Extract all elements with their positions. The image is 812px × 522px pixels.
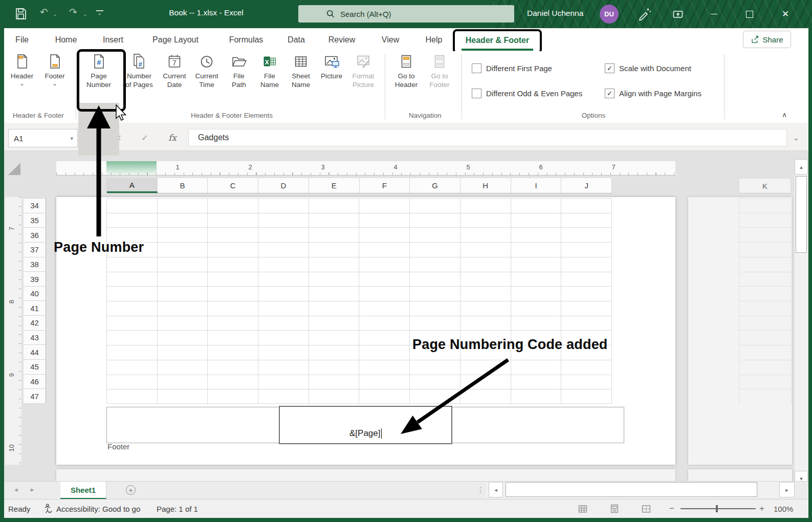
row-header[interactable]: 46 — [24, 375, 46, 389]
zoom-in-button[interactable]: + — [759, 504, 764, 514]
tab-help[interactable]: Help — [422, 28, 446, 51]
cell-grid[interactable] — [106, 198, 612, 404]
vertical-scrollbar[interactable]: ▴ ▾ — [794, 159, 808, 487]
column-header-d[interactable]: D — [258, 178, 309, 193]
collapse-ribbon-button[interactable]: ∧ — [782, 111, 787, 119]
accessibility-status[interactable]: Accessibility: Good to go — [56, 505, 140, 513]
zoom-out-button[interactable]: − — [669, 504, 674, 514]
checkbox-different-first-page[interactable]: Different First Page — [472, 63, 552, 73]
customize-toolbar-chevron[interactable]: ⌄ — [97, 10, 102, 16]
horizontal-scroll-thumb[interactable] — [506, 482, 757, 497]
column-header-c[interactable]: C — [208, 178, 258, 193]
footer-button[interactable]: Footer ⌄ — [40, 53, 70, 106]
page-layout-view-icon[interactable] — [610, 504, 619, 513]
tab-view[interactable]: View — [378, 28, 403, 51]
new-sheet-button[interactable]: + — [126, 485, 136, 495]
redo-dropdown-icon[interactable]: ⌄ — [83, 11, 87, 17]
formula-input[interactable]: Gadgets — [188, 129, 787, 146]
scroll-left-button[interactable]: ◂ — [489, 482, 503, 497]
footer-dropdown-chevron[interactable]: ⌄ — [40, 80, 70, 86]
normal-view-icon[interactable] — [578, 505, 587, 513]
user-name[interactable]: Daniel Uchenna — [527, 9, 583, 18]
checkbox-box-checked[interactable]: ✓ — [605, 63, 615, 73]
column-header-g[interactable]: G — [410, 178, 460, 193]
checkbox-box[interactable] — [472, 63, 481, 73]
avatar[interactable]: DU — [600, 5, 619, 24]
zoom-level[interactable]: 100% — [774, 505, 793, 513]
column-header-k[interactable]: K — [739, 178, 791, 193]
vertical-scroll-thumb[interactable] — [796, 176, 807, 253]
checkbox-scale-with-document[interactable]: ✓ Scale with Document — [605, 63, 691, 73]
tab-insert[interactable]: Insert — [100, 28, 126, 51]
undo-button[interactable]: ↶ — [40, 6, 48, 19]
enter-button[interactable]: ✓ — [137, 129, 152, 146]
save-button[interactable] — [14, 7, 28, 20]
checkbox-box-checked[interactable]: ✓ — [605, 89, 615, 98]
row-header[interactable]: 39 — [24, 272, 46, 287]
feedback-button[interactable] — [638, 7, 651, 21]
close-button[interactable]: ✕ — [774, 0, 797, 28]
name-box[interactable]: A1 ▾ — [8, 129, 78, 147]
row-header[interactable]: 38 — [24, 257, 46, 272]
row-header[interactable]: 45 — [24, 360, 46, 375]
row-header[interactable]: 44 — [24, 345, 46, 360]
checkbox-align-page-margins[interactable]: ✓ Align with Page Margins — [605, 89, 701, 98]
maximize-button[interactable] — [738, 0, 761, 28]
header-dropdown-chevron[interactable]: ⌄ — [7, 80, 37, 86]
row-header[interactable]: 42 — [24, 316, 46, 331]
undo-dropdown-icon[interactable]: ⌄ — [53, 11, 57, 17]
file-name-button[interactable]: X File Name — [255, 53, 284, 106]
page-number-button[interactable]: # Page Number — [78, 53, 119, 106]
header-button[interactable]: Header ⌄ — [7, 53, 37, 106]
insert-function-button[interactable]: fx — [165, 129, 180, 146]
row-header[interactable]: 34 — [24, 199, 46, 213]
tab-review[interactable]: Review — [325, 28, 358, 51]
tab-header-footer[interactable]: Header & Footer — [462, 32, 533, 51]
expand-formula-bar-icon[interactable]: ⌄ — [790, 129, 802, 146]
row-header[interactable]: 35 — [24, 213, 46, 228]
zoom-slider-track[interactable] — [681, 508, 756, 509]
tab-file[interactable]: File — [12, 28, 32, 51]
column-header-f[interactable]: F — [360, 178, 410, 193]
share-button[interactable]: Share — [743, 31, 791, 48]
go-to-header-button[interactable]: Go to Header — [390, 53, 423, 106]
next-sheet-button[interactable]: ▸ — [31, 486, 34, 493]
select-all-button[interactable] — [8, 163, 20, 175]
picture-button[interactable]: Picture — [318, 53, 345, 106]
previous-sheet-button[interactable]: ◂ — [14, 486, 18, 493]
row-header[interactable]: 47 — [24, 389, 46, 404]
column-header-h[interactable]: H — [460, 178, 511, 193]
tab-data[interactable]: Data — [283, 28, 309, 51]
worksheet-page[interactable]: &[Page] Footer — [56, 197, 675, 465]
minimize-button[interactable] — [702, 0, 726, 28]
search-box[interactable]: Search (Alt+Q) — [298, 5, 514, 23]
current-date-button[interactable]: 7 Current Date — [159, 53, 190, 106]
redo-button[interactable]: ↷ — [69, 6, 77, 19]
checkbox-box[interactable] — [472, 89, 481, 98]
checkbox-different-odd-even[interactable]: Different Odd & Even Pages — [472, 89, 582, 98]
row-header[interactable]: 40 — [24, 287, 46, 301]
column-header-e[interactable]: E — [309, 178, 360, 193]
row-header[interactable]: 36 — [24, 228, 46, 243]
file-path-button[interactable]: File Path — [224, 53, 254, 106]
current-time-button[interactable]: Current Time — [191, 53, 223, 106]
row-header[interactable]: 37 — [24, 243, 46, 257]
ribbon-display-options-button[interactable] — [672, 9, 684, 20]
tab-formulas[interactable]: Formulas — [223, 28, 269, 51]
column-header-j[interactable]: J — [561, 178, 612, 193]
column-header-b[interactable]: B — [158, 178, 208, 193]
tab-splitter-handle[interactable]: ⋮ — [477, 486, 484, 494]
column-header-i[interactable]: I — [511, 178, 562, 193]
zoom-slider-thumb[interactable] — [716, 505, 718, 512]
sheet-name-button[interactable]: Sheet Name — [285, 53, 317, 106]
tab-page-layout[interactable]: Page Layout — [147, 28, 204, 51]
tab-home[interactable]: Home — [53, 28, 79, 51]
page-break-view-icon[interactable] — [642, 505, 651, 513]
number-of-pages-button[interactable]: # Number of Pages — [121, 53, 158, 106]
row-header[interactable]: 41 — [24, 301, 46, 316]
row-header[interactable]: 43 — [24, 331, 46, 345]
scroll-right-button[interactable]: ▸ — [779, 482, 795, 497]
column-header-a[interactable]: A — [107, 178, 158, 193]
name-box-dropdown-icon[interactable]: ▾ — [70, 135, 77, 142]
footer-center-section[interactable]: &[Page] — [279, 406, 452, 444]
